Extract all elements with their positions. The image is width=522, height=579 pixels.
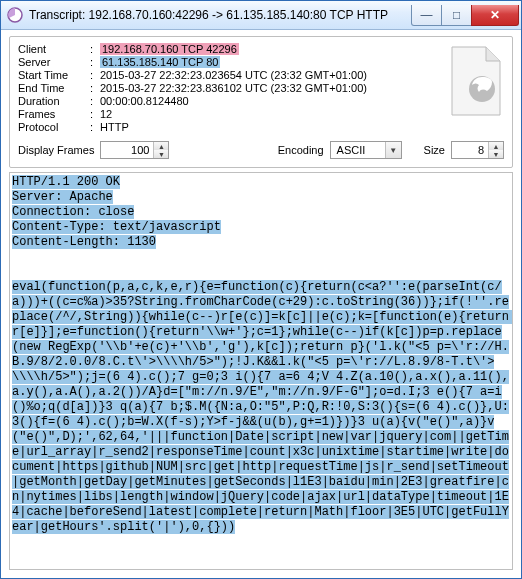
size-input[interactable]: [452, 142, 488, 158]
encoding-combo[interactable]: ASCII ▼: [330, 141, 402, 159]
label-duration: Duration: [18, 95, 90, 107]
meta-panel: Client: 192.168.70.160 TCP 42296 Server:…: [9, 36, 513, 168]
label-client: Client: [18, 43, 90, 55]
spin-down-icon: ▼: [154, 150, 168, 158]
app-window: Transcript: 192.168.70.160:42296 -> 61.1…: [0, 0, 522, 579]
label-size: Size: [424, 144, 445, 156]
spin-up-icon: ▲: [489, 142, 503, 150]
value-client: 192.168.70.160 TCP 42296: [100, 43, 504, 55]
label-encoding: Encoding: [278, 144, 324, 156]
label-frames: Frames: [18, 108, 90, 120]
window-buttons: — □ ✕: [412, 5, 519, 25]
size-spinner[interactable]: ▲▼: [451, 141, 504, 159]
label-protocol: Protocol: [18, 121, 90, 133]
chevron-down-icon[interactable]: ▼: [385, 142, 401, 158]
value-server: 61.135.185.140 TCP 80: [100, 56, 504, 68]
display-frames-spinner[interactable]: ▲▼: [100, 141, 169, 159]
app-icon: [7, 7, 23, 23]
label-start-time: Start Time: [18, 69, 90, 81]
maximize-button[interactable]: □: [441, 5, 472, 26]
encoding-value: ASCII: [331, 142, 385, 158]
value-protocol: HTTP: [100, 121, 504, 133]
spin-up-icon: ▲: [154, 142, 168, 150]
value-frames: 12: [100, 108, 504, 120]
label-display-frames: Display Frames: [18, 144, 94, 156]
label-end-time: End Time: [18, 82, 90, 94]
close-button[interactable]: ✕: [471, 5, 519, 26]
window-title: Transcript: 192.168.70.160:42296 -> 61.1…: [29, 8, 412, 22]
titlebar[interactable]: Transcript: 192.168.70.160:42296 -> 61.1…: [1, 1, 521, 30]
value-end-time: 2015-03-27 22:32:23.836102 UTC (23:32 GM…: [100, 82, 504, 94]
label-server: Server: [18, 56, 90, 68]
transcript-body[interactable]: HTTP/1.1 200 OK Server: Apache Connectio…: [9, 172, 513, 570]
minimize-button[interactable]: —: [411, 5, 442, 26]
value-duration: 00:00:00.8124480: [100, 95, 504, 107]
spin-down-icon: ▼: [489, 150, 503, 158]
display-frames-input[interactable]: [101, 142, 153, 158]
value-start-time: 2015-03-27 22:32:23.023654 UTC (23:32 GM…: [100, 69, 504, 81]
document-icon: [448, 45, 504, 117]
